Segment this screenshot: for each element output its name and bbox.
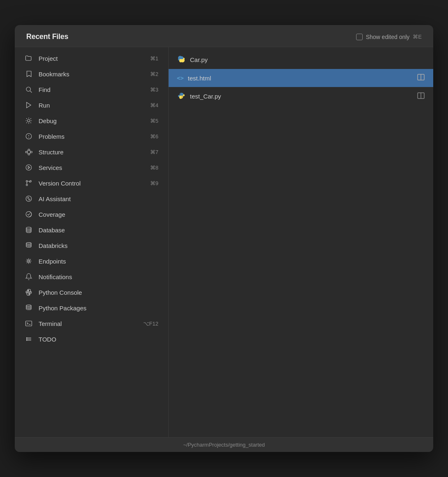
sidebar-shortcut-run: ⌘4 (150, 102, 158, 108)
sidebar-item-database[interactable]: Database (15, 222, 168, 238)
file-item-test-html[interactable]: <> test.html (169, 69, 433, 87)
sidebar-item-debug[interactable]: Debug ⌘5 (15, 113, 168, 128)
problems-icon (25, 132, 33, 140)
svg-marker-2 (27, 102, 31, 108)
sidebar-item-services[interactable]: Services ⌘8 (15, 160, 168, 175)
file-list: Car.py <> test.html (169, 47, 433, 437)
svg-point-0 (26, 87, 31, 92)
bookmark-icon (25, 70, 33, 78)
databricks-icon (25, 241, 33, 250)
python-console-icon (25, 288, 33, 296)
sidebar-label-databricks: Databricks (39, 242, 153, 249)
sidebar-item-project[interactable]: Project ⌘1 (15, 50, 168, 66)
sidebar-shortcut-debug: ⌘5 (150, 118, 158, 124)
sidebar-label-debug: Debug (39, 117, 144, 124)
sidebar-label-structure: Structure (39, 149, 144, 156)
window: Recent Files Show edited only ⌘E Project… (15, 25, 433, 452)
sidebar-item-python-packages[interactable]: Python Packages (15, 300, 168, 316)
sidebar-item-todo[interactable]: TODO (15, 331, 168, 347)
sidebar-item-find[interactable]: Find ⌘3 (15, 82, 168, 97)
sidebar-item-structure[interactable]: Structure ⌘7 (15, 144, 168, 160)
header-title: Recent Files (26, 32, 68, 41)
database-icon (25, 226, 33, 234)
split-view-icon-test-html[interactable] (417, 73, 425, 83)
svg-rect-8 (28, 149, 30, 151)
sidebar-item-python-console[interactable]: Python Console (15, 284, 168, 300)
sidebar-item-problems[interactable]: Problems ⌘6 (15, 128, 168, 144)
svg-line-13 (30, 150, 30, 152)
python-packages-icon (25, 304, 33, 312)
sidebar-label-project: Project (39, 55, 144, 62)
svg-point-6 (29, 138, 29, 138)
sidebar-label-bookmarks: Bookmarks (39, 71, 144, 78)
todo-icon (25, 335, 33, 343)
ai-icon (25, 195, 33, 203)
file-name-car-py: Car.py (190, 56, 425, 63)
svg-marker-16 (28, 166, 30, 169)
run-icon (25, 101, 33, 109)
bell-icon (25, 273, 33, 281)
python-file-icon-2 (177, 91, 186, 101)
sidebar-item-run[interactable]: Run ⌘4 (15, 97, 168, 113)
svg-point-20 (26, 227, 31, 229)
sidebar-shortcut-find: ⌘3 (150, 87, 158, 93)
terminal-icon (25, 319, 33, 328)
sidebar-label-run: Run (39, 102, 144, 109)
html-file-icon: <> (177, 75, 184, 81)
sidebar-item-bookmarks[interactable]: Bookmarks ⌘2 (15, 66, 168, 82)
sidebar-label-todo: TODO (39, 336, 153, 343)
svg-rect-10 (31, 151, 32, 153)
sidebar-label-version-control: Version Control (39, 180, 144, 187)
sidebar-item-terminal[interactable]: Terminal ⌥F12 (15, 316, 168, 331)
sidebar-shortcut-terminal: ⌥F12 (143, 321, 158, 327)
sidebar-item-coverage[interactable]: Coverage (15, 206, 168, 222)
sidebar-label-problems: Problems (39, 133, 144, 140)
svg-rect-9 (28, 154, 30, 155)
endpoints-icon (25, 257, 33, 265)
folder-icon (25, 54, 33, 62)
debug-icon (25, 117, 33, 125)
svg-rect-24 (26, 321, 32, 326)
split-view-icon-test-car-py[interactable] (417, 92, 425, 101)
show-edited-label: Show edited only (366, 34, 410, 40)
search-icon (25, 85, 33, 94)
sidebar-shortcut-structure: ⌘7 (150, 149, 158, 155)
sidebar-item-notifications[interactable]: Notifications (15, 269, 168, 284)
file-name-test-car-py: test_Car.py (190, 93, 413, 100)
svg-point-17 (26, 181, 28, 182)
sidebar-item-version-control[interactable]: Version Control ⌘9 (15, 175, 168, 191)
svg-point-22 (28, 260, 30, 262)
sidebar-label-python-packages: Python Packages (39, 305, 153, 312)
show-edited-checkbox[interactable] (356, 34, 363, 40)
sidebar: Project ⌘1 Bookmarks ⌘2 Find ⌘3 (15, 47, 169, 437)
svg-rect-7 (26, 151, 27, 153)
coverage-icon (25, 210, 33, 218)
vcs-icon (25, 179, 33, 187)
svg-line-14 (30, 152, 30, 154)
sidebar-shortcut-project: ⌘1 (150, 55, 158, 62)
file-item-car-py[interactable]: Car.py (169, 50, 433, 69)
sidebar-label-terminal: Terminal (39, 320, 137, 327)
sidebar-item-ai-assistant[interactable]: AI Assistant (15, 191, 168, 206)
sidebar-label-endpoints: Endpoints (39, 258, 153, 265)
footer: ~/PycharmProjects/getting_started (15, 437, 433, 452)
show-edited-shortcut: ⌘E (413, 34, 422, 40)
sidebar-shortcut-problems: ⌘6 (150, 133, 158, 140)
svg-point-19 (26, 184, 28, 186)
sidebar-item-databricks[interactable]: Databricks (15, 238, 168, 253)
python-file-icon (177, 55, 186, 65)
sidebar-shortcut-bookmarks: ⌘2 (150, 71, 158, 77)
content: Project ⌘1 Bookmarks ⌘2 Find ⌘3 (15, 47, 433, 437)
sidebar-label-ai-assistant: AI Assistant (39, 195, 153, 202)
sidebar-shortcut-version-control: ⌘9 (150, 180, 158, 186)
svg-point-15 (26, 165, 32, 170)
svg-point-18 (30, 181, 32, 182)
structure-icon (25, 148, 33, 156)
svg-line-1 (30, 91, 32, 92)
project-path: ~/PycharmProjects/getting_started (183, 442, 265, 448)
show-edited-container: Show edited only ⌘E (356, 34, 422, 40)
svg-line-12 (27, 152, 28, 154)
sidebar-item-endpoints[interactable]: Endpoints (15, 253, 168, 269)
file-item-test-car-py[interactable]: test_Car.py (169, 87, 433, 105)
services-icon (25, 163, 33, 172)
